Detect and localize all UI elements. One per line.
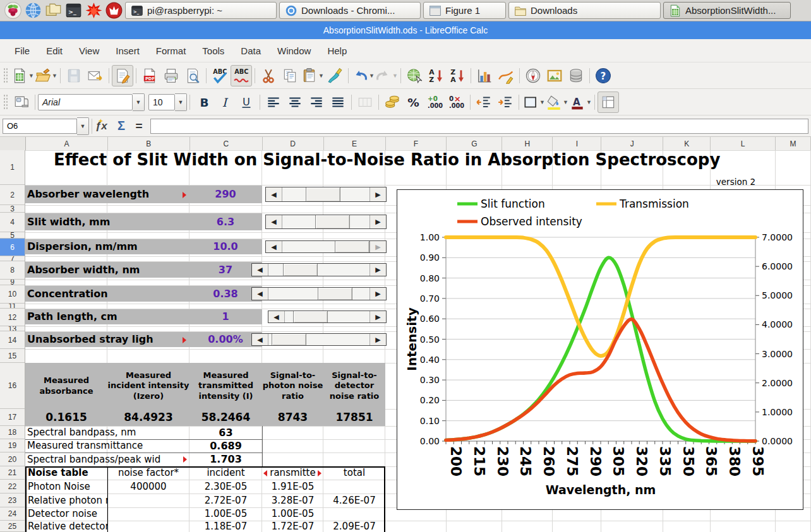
launcher-mathematica[interactable] — [84, 1, 103, 20]
menu-data[interactable]: Data — [232, 39, 269, 62]
font-name-dropdown[interactable]: ▼ — [133, 93, 145, 111]
toolbar-grip[interactable] — [3, 68, 9, 84]
scroll-thumb[interactable] — [283, 264, 318, 276]
column-header-M[interactable]: M — [776, 137, 811, 150]
row-header-10[interactable]: 10 — [0, 285, 25, 304]
row-header-3[interactable]: 3 — [0, 205, 25, 213]
parameter-value[interactable]: 10.0 — [191, 239, 260, 254]
hyperlink-button[interactable] — [404, 65, 425, 86]
noise-cell[interactable]: Relative detector noise — [28, 521, 107, 532]
freeze-panes-button[interactable] — [598, 92, 619, 113]
row-header-18[interactable]: 18 — [0, 426, 25, 439]
parameter-scrollbar[interactable]: ◀▶ — [265, 240, 387, 253]
insert-chart-button[interactable] — [474, 65, 495, 86]
new-calc-button[interactable]: ▼ — [11, 65, 34, 86]
increase-indent-button[interactable] — [495, 92, 516, 113]
scroll-left-arrow-icon[interactable]: ◀ — [266, 215, 282, 228]
results-header-cell[interactable]: Measured absorbance — [25, 363, 107, 409]
results-value[interactable]: 84.4923 — [107, 409, 189, 426]
row-header-7[interactable]: 7 — [0, 256, 25, 261]
scroll-left-arrow-icon[interactable]: ◀ — [252, 288, 268, 300]
menu-help[interactable]: Help — [319, 39, 355, 62]
data-sources-button[interactable] — [565, 65, 587, 86]
row-header-20[interactable]: 20 — [0, 452, 25, 466]
menu-view[interactable]: View — [71, 39, 107, 62]
noise-cell[interactable]: 1.00E-05 — [262, 507, 323, 521]
noise-cell[interactable]: 2.30E-05 — [189, 480, 262, 494]
results-value[interactable]: 8743 — [262, 409, 323, 426]
parameter-scrollbar[interactable]: ◀▶ — [265, 215, 387, 229]
sidebar-button[interactable] — [11, 92, 32, 113]
currency-button[interactable] — [381, 92, 403, 113]
column-header-G[interactable]: G — [447, 137, 502, 150]
align-justify-button[interactable] — [327, 92, 349, 113]
scroll-left-arrow-icon[interactable]: ◀ — [266, 241, 282, 252]
noise-cell[interactable]: 1.00E-05 — [189, 507, 262, 521]
scroll-thumb[interactable] — [315, 215, 350, 228]
scroll-right-arrow-icon[interactable]: ▶ — [369, 187, 386, 201]
scroll-thumb[interactable] — [293, 311, 328, 322]
taskbar-window-1[interactable]: >_pi@raspberrypi: ~ — [125, 2, 277, 19]
dropdown-caret-icon[interactable]: ▼ — [392, 73, 397, 79]
dropdown-caret-icon[interactable]: ▼ — [539, 99, 544, 105]
embedded-chart[interactable]: 0.000.100.200.300.400.500.600.700.800.90… — [397, 189, 803, 510]
menu-window[interactable]: Window — [269, 39, 319, 62]
parameter-label[interactable]: Unabsorbed stray ligh — [27, 332, 186, 347]
scroll-right-arrow-icon[interactable]: ▶ — [369, 311, 386, 322]
print-preview-button[interactable] — [182, 65, 203, 86]
export-pdf-button[interactable]: PDF — [139, 65, 160, 86]
row-header-9[interactable]: 9 — [0, 280, 25, 285]
row-header-5[interactable]: 5 — [0, 232, 25, 239]
noise-header[interactable]: incident — [189, 466, 262, 480]
cut-button[interactable] — [258, 65, 279, 86]
noise-cell[interactable]: 1.18E-07 — [189, 521, 262, 532]
delete-decimal-button[interactable]: 0×.000 — [446, 92, 467, 113]
spellcheck-button[interactable]: ABC — [209, 65, 231, 86]
parameter-value[interactable]: 6.3 — [191, 213, 260, 230]
row-header-1[interactable]: 1 — [0, 150, 25, 185]
scroll-left-arrow-icon[interactable]: ◀ — [252, 264, 268, 276]
row-header-12[interactable]: 12 — [0, 309, 25, 326]
name-box-dropdown[interactable]: ▼ — [77, 117, 89, 135]
results-value[interactable]: 58.2464 — [189, 409, 262, 426]
font-size-combo[interactable]: 10 — [148, 94, 175, 110]
stat-label[interactable]: Measured transmittance — [27, 439, 188, 452]
dropdown-caret-icon[interactable]: ▼ — [369, 73, 374, 79]
scroll-thumb[interactable] — [272, 334, 306, 345]
parameter-label[interactable]: Absorber wavelength — [27, 186, 186, 203]
row-header-6[interactable]: 6 — [0, 239, 25, 256]
print-button[interactable] — [160, 65, 182, 86]
menu-insert[interactable]: Insert — [107, 39, 148, 62]
scroll-thumb[interactable] — [318, 288, 352, 300]
borders-button[interactable]: ▼ — [522, 92, 545, 113]
copy-button[interactable] — [279, 65, 301, 86]
email-button[interactable] — [85, 65, 106, 86]
draw-functions-button[interactable] — [495, 65, 517, 86]
gallery-button[interactable] — [544, 65, 565, 86]
taskbar-window-3[interactable]: Figure 1 — [423, 2, 506, 19]
column-header-F[interactable]: F — [386, 137, 447, 150]
clone-formatting-button[interactable] — [324, 65, 345, 86]
toolbar-grip[interactable] — [3, 94, 9, 110]
align-center-button[interactable] — [284, 92, 306, 113]
stat-label[interactable]: Spectral bandpass/peak wid — [27, 452, 188, 466]
parameter-scrollbar[interactable]: ◀▶ — [251, 263, 387, 276]
add-decimal-button[interactable]: +0.000 — [424, 92, 446, 113]
formula-input[interactable] — [150, 119, 808, 134]
noise-header[interactable]: Noise table — [28, 466, 107, 480]
taskbar-window-2[interactable]: Downloads - Chromi... — [279, 2, 421, 19]
select-all-corner[interactable] — [0, 137, 26, 150]
column-header-E[interactable]: E — [324, 137, 386, 150]
row-header-17[interactable]: 17 — [0, 409, 25, 426]
version-note[interactable]: version 2 — [657, 177, 811, 187]
scroll-thumb[interactable] — [335, 241, 369, 252]
underline-button[interactable]: U — [236, 92, 257, 113]
noise-cell[interactable]: 2.72E-07 — [189, 494, 262, 507]
scroll-right-arrow-icon[interactable]: ▶ — [369, 241, 386, 252]
stat-value[interactable]: 0.689 — [189, 439, 262, 452]
parameter-scrollbar[interactable]: ◀▶ — [265, 187, 387, 202]
sort-ascending-button[interactable]: AZ — [425, 65, 447, 86]
row-header-24[interactable]: 24 — [0, 507, 25, 521]
taskbar-window-5[interactable]: AbsorptionSlitWidth... — [663, 2, 791, 19]
decrease-indent-button[interactable] — [473, 92, 495, 113]
